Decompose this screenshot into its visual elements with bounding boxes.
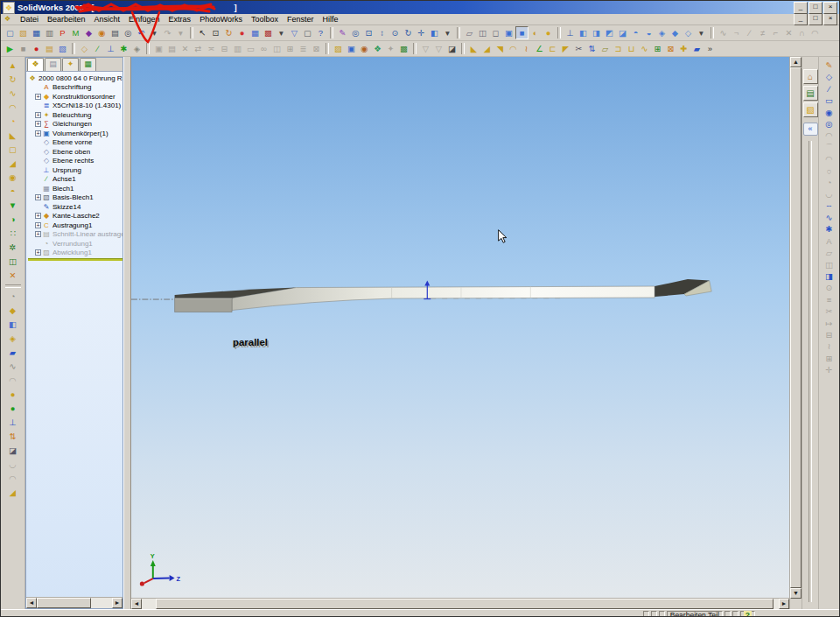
undo-icon[interactable]: ↶	[135, 26, 148, 39]
panel-splitter[interactable]	[123, 57, 131, 609]
relation-arc-icon[interactable]: ∩	[795, 26, 808, 39]
menu-photoworks[interactable]: PhotoWorks	[195, 15, 247, 25]
base-flange-icon[interactable]: ◣	[467, 42, 480, 55]
assembly-1-icon[interactable]: ▣	[152, 42, 165, 55]
view-top-icon[interactable]: ◓	[629, 26, 642, 39]
texture-icon[interactable]: ▩	[262, 26, 275, 39]
trim-tool-icon[interactable]: ✕	[6, 269, 19, 282]
tree-item-volumenkörper-1-[interactable]: +▣Volumenkörper(1)	[28, 129, 122, 138]
shaded-icon[interactable]: ■	[515, 26, 528, 39]
jog-line-icon[interactable]: ≀	[822, 340, 836, 352]
relation-perp-icon[interactable]: ⌐	[769, 26, 782, 39]
dynamic-mirror-icon[interactable]: ◨	[822, 270, 836, 282]
sm-tab-icon[interactable]: ▰	[6, 346, 19, 359]
assembly-4-icon[interactable]: ⇄	[192, 42, 205, 55]
trim-entities-icon[interactable]: ✂	[822, 305, 836, 317]
open-document-icon[interactable]: ▧	[17, 26, 30, 39]
quick-help-cell[interactable]: ?	[740, 611, 755, 617]
miter-flange-icon[interactable]: ◥	[494, 42, 507, 55]
task-pane-collapse-button[interactable]: «	[803, 123, 818, 136]
assembly-13-icon[interactable]: ⊠	[310, 42, 323, 55]
relation-unequal-icon[interactable]: ≠	[756, 26, 769, 39]
pan-icon[interactable]: ✛	[415, 26, 428, 39]
close-button[interactable]: ×	[823, 2, 837, 14]
viewport-vertical-scrollbar[interactable]: ▲ ▼	[789, 57, 802, 609]
reference-axis-icon[interactable]: ∕	[91, 42, 104, 55]
hole-wizard-icon[interactable]: ◉	[6, 171, 19, 184]
move-entities-icon[interactable]: ✛	[822, 364, 836, 375]
menu-bearbeiten[interactable]: Bearbeiten	[43, 15, 90, 25]
extrude-boss-icon[interactable]: ▲	[6, 59, 19, 72]
assembly-12-icon[interactable]: ≣	[297, 42, 310, 55]
animation-play-icon[interactable]: ▶	[4, 42, 17, 55]
rollback-bar[interactable]	[28, 258, 122, 261]
assembly-10-icon[interactable]: ◫	[270, 42, 284, 55]
tree-item-beleuchtung[interactable]: +✦Beleuchtung	[28, 110, 122, 120]
tree-horizontal-scrollbar[interactable]: ◄ ►	[26, 597, 122, 608]
configurationmanager-tab[interactable]: ✦	[62, 58, 79, 71]
view-dimetric-icon[interactable]: ◆	[668, 26, 682, 39]
tree-item-abwicklung1[interactable]: +▨Abwicklung1	[28, 249, 122, 258]
chamfer-icon[interactable]: ◣	[6, 129, 19, 142]
loft-icon[interactable]: ◠	[6, 101, 19, 114]
tangent-arc-icon[interactable]: ⌒	[822, 142, 836, 153]
thirdparty-tab[interactable]: ▦	[80, 58, 96, 71]
view-bottom-icon[interactable]: ◒	[642, 26, 655, 39]
assembly-5-icon[interactable]: ≍	[205, 42, 218, 55]
view-isometric-icon[interactable]: ◈	[655, 26, 668, 39]
tree-item-ebene-vorne[interactable]: ◇Ebene vorne	[28, 138, 122, 148]
sm-hem-icon[interactable]: ◠	[6, 374, 19, 387]
flatten-icon[interactable]: ▱	[598, 42, 612, 55]
fillet-icon[interactable]: ◔	[6, 115, 19, 128]
title-bar[interactable]: ❖ SolidWorks 2005 - [ ] _ □ ×	[1, 1, 839, 14]
minimize-button[interactable]: _	[794, 2, 808, 14]
view-trimetric-icon[interactable]: ◇	[682, 26, 695, 39]
tree-item-blech1[interactable]: ▦Blech1	[28, 184, 122, 193]
hidden-lines-removed-icon[interactable]: ◻	[489, 26, 502, 39]
expand-box[interactable]: +	[35, 130, 41, 137]
sm-unfold-icon[interactable]: ●	[6, 402, 19, 415]
more-tools-icon[interactable]: »	[704, 42, 717, 55]
animation-record-icon[interactable]: ●	[30, 42, 43, 55]
centerpoint-arc-icon[interactable]: ◠	[822, 130, 836, 141]
parallel-callout[interactable]: parallel	[233, 337, 268, 347]
menu-hilfe[interactable]: Hilfe	[318, 15, 343, 25]
reorient-icon[interactable]: ↻	[222, 26, 235, 39]
three-point-arc-icon[interactable]: ◠	[822, 153, 836, 165]
partial-ellipse-icon[interactable]: ◔	[822, 177, 836, 188]
sm-jog-icon[interactable]: ⇅	[6, 430, 19, 443]
tree-item-verrundung1[interactable]: ◔Verrundung1	[28, 239, 122, 249]
unfold-icon[interactable]: ⊔	[625, 42, 638, 55]
design-library-icon[interactable]: ▤	[803, 86, 818, 101]
mirror-entities-icon[interactable]: ◫	[822, 259, 836, 270]
tree-item-schnitt-linear-austragen2[interactable]: +▤Schnitt-Linear austragen2	[28, 230, 122, 240]
expand-box[interactable]: +	[35, 194, 41, 200]
tree-item-beschriftung[interactable]: ABeschriftung	[28, 83, 122, 93]
doc-close-button[interactable]: ×	[823, 13, 837, 25]
selection-filter-icon[interactable]: ▽	[288, 26, 301, 39]
edrawings-icon[interactable]: ◉	[95, 26, 108, 39]
mirror-feature-icon[interactable]: ◫	[6, 255, 19, 268]
view-right-icon[interactable]: ◪	[616, 26, 629, 39]
tree-item-skizze14[interactable]: ✎Skizze14	[28, 202, 122, 212]
menu-ansicht[interactable]: Ansicht	[90, 15, 125, 25]
undo-list-icon[interactable]: ▾	[148, 26, 161, 39]
construction-geometry-icon[interactable]: ⊞	[822, 353, 836, 364]
pw-material-icon[interactable]: ◉	[358, 42, 371, 55]
propertymanager-tab[interactable]: ▤	[45, 58, 61, 71]
jog-icon[interactable]: ≀	[520, 42, 533, 55]
tree-scroll-left-button[interactable]: ◄	[26, 598, 37, 608]
tree-scroll-thumb[interactable]	[37, 598, 91, 608]
render-tool-icon[interactable]: ◆	[82, 26, 95, 39]
tree-item-achse1[interactable]: ∕Achse1	[28, 175, 122, 185]
convert-entities-icon[interactable]: ⊙	[822, 282, 836, 293]
curvature-icon[interactable]: ∿	[717, 26, 730, 39]
menu-fenster[interactable]: Fenster	[283, 15, 318, 25]
select-icon[interactable]: ↖	[196, 26, 209, 39]
circular-pattern-icon[interactable]: ✲	[6, 241, 19, 254]
expand-box[interactable]: +	[35, 94, 41, 100]
quick-help-icon[interactable]: ?	[744, 611, 752, 617]
print-preview-icon[interactable]: ◎	[122, 26, 135, 39]
select-other-icon[interactable]: ⊡	[209, 26, 222, 39]
doc-minimize-button[interactable]: _	[794, 13, 808, 25]
